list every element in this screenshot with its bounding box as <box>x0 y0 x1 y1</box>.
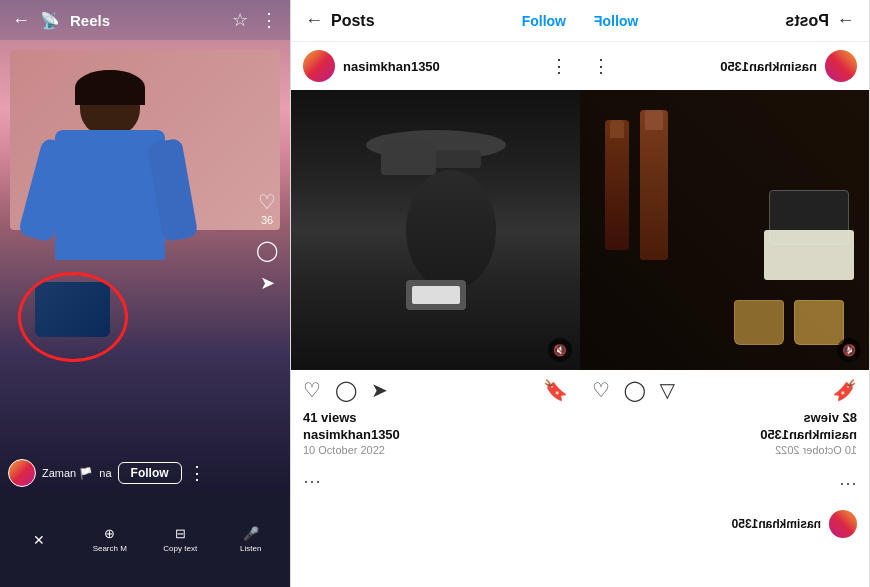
zaman-label: Zaman 🏳️ <box>42 467 93 480</box>
mirror-posts-header: → Posts wolloF <box>580 0 869 42</box>
mirror-post-user-row: nasimkhan1350 ⋮ <box>580 42 869 90</box>
listen-label: Listen <box>240 544 261 553</box>
mirror-follow-label: wolloF <box>594 13 638 29</box>
bookmark-action-icon[interactable]: 🔖 <box>543 378 568 402</box>
send-icon: ➤ <box>260 274 275 292</box>
more-options-bottom[interactable]: ⋯ <box>291 464 580 498</box>
mirror-right-actions: ▽ ◯ ♡ <box>592 378 675 402</box>
mirror-more-row: ⋯ <box>580 464 869 502</box>
microphone-icon: 🎤 <box>243 526 259 541</box>
panel-reels: ← 📡 Reels ☆ ⋮ <box>0 0 290 587</box>
mirror-views-count: 82 views <box>592 410 857 425</box>
post-user-row: nasimkhan1350 ⋮ <box>291 42 580 90</box>
posts-header: ← Posts Follow <box>291 0 580 42</box>
right-actions: ♡ 36 ◯ ➤ <box>256 192 278 292</box>
glass-1 <box>794 300 844 345</box>
post-username[interactable]: nasimkhan1350 <box>343 59 440 74</box>
close-icon: ✕ <box>33 532 45 548</box>
moto-tank <box>406 170 496 290</box>
bookmark-top-icon[interactable]: ☆ <box>232 9 248 31</box>
mirror-post-author-text: nasimkhan1350 <box>592 427 857 442</box>
reels-top-bar: ← 📡 Reels ☆ ⋮ <box>0 0 290 40</box>
back-arrow-icon[interactable]: ← <box>12 10 30 31</box>
mirror-header-left: → Posts <box>785 10 855 31</box>
mirror-mute-button: 🔇 <box>837 338 861 362</box>
share-action-icon[interactable]: ➤ <box>371 378 388 402</box>
reels-title: Reels <box>70 12 110 29</box>
bottom-toolbar: ✕ ⊕ Search M ⊟ Copy text 🎤 Listen <box>0 492 290 587</box>
posts-title: Posts <box>331 12 375 30</box>
user-avatar <box>8 459 36 487</box>
listen-button[interactable]: 🎤 Listen <box>216 526 287 553</box>
header-left: ← Posts <box>305 10 375 31</box>
author-name: nasimkhan1350 <box>303 427 400 442</box>
mirror-bottom-avatar <box>829 510 857 538</box>
mirror-posts-title: Posts <box>785 12 829 30</box>
like-button[interactable]: ♡ 36 <box>258 192 276 226</box>
mirror-bottom-username: nasimkhan1350 <box>732 517 821 531</box>
mirror-post-date: 10 October 2022 <box>592 444 857 456</box>
mirror-heart-icon: ♡ <box>592 378 610 402</box>
mirror-post-avatar <box>825 50 857 82</box>
post-avatar[interactable] <box>303 50 335 82</box>
comment-button[interactable]: ◯ <box>256 240 278 260</box>
moto-label-plate <box>406 280 466 310</box>
panel-posts-mirror: → Posts wolloF nasimkhan1350 ⋮ 🔇 <box>580 0 870 587</box>
post-author-text: nasimkhan1350 <box>303 427 568 442</box>
share-button[interactable]: ➤ <box>260 274 275 292</box>
copy-label: Copy text <box>163 544 197 553</box>
cast-icon[interactable]: 📡 <box>40 11 60 30</box>
mirror-post-meta: 82 views nasimkhan1350 10 October 2022 <box>580 410 869 464</box>
mirror-comment-icon: ◯ <box>624 378 646 402</box>
follow-button-header[interactable]: Follow <box>522 13 566 29</box>
mirror-more-dots: ⋯ <box>839 472 857 494</box>
mirror-post-actions-left: 🔖 <box>832 378 857 402</box>
reels-content: ♡ 36 ◯ ➤ <box>0 40 290 492</box>
mirror-bookmark-icon: 🔖 <box>832 378 857 402</box>
more-options-icon[interactable]: ⋮ <box>260 9 278 31</box>
comment-action-icon[interactable]: ◯ <box>335 378 357 402</box>
post-image: 🔇 <box>291 90 580 370</box>
post-meta: 41 views nasimkhan1350 10 October 2022 <box>291 410 580 464</box>
bottle-2 <box>605 120 629 250</box>
post-actions: ♡ ◯ ➤ 🔖 <box>291 370 580 410</box>
paper <box>764 230 854 280</box>
mirror-post-more-options: ⋮ <box>592 55 610 77</box>
panel-posts: ← Posts Follow nasimkhan1350 ⋮ 🔇 ♡ ◯ <box>290 0 580 587</box>
copy-icon: ⊟ <box>175 526 186 541</box>
follow-button-reels[interactable]: Follow <box>118 462 182 484</box>
highlight-circle <box>18 272 128 362</box>
post-actions-left: ♡ ◯ ➤ <box>303 378 388 402</box>
copy-text-button[interactable]: ⊟ Copy text <box>145 526 216 553</box>
mirror-author-name: nasimkhan1350 <box>760 427 857 442</box>
back-arrow-icon[interactable]: ← <box>305 10 323 31</box>
bottom-user-row: Zaman 🏳️ na Follow ⋮ <box>8 459 230 487</box>
username-label: na <box>99 467 111 479</box>
post-date: 10 October 2022 <box>303 444 568 456</box>
views-count: 41 views <box>303 410 568 425</box>
mute-button[interactable]: 🔇 <box>548 338 572 362</box>
post-more-options[interactable]: ⋮ <box>550 55 568 77</box>
heart-icon: ♡ <box>258 192 276 212</box>
mirror-post-image: 🔇 <box>580 90 869 370</box>
post-user-left: nasimkhan1350 <box>303 50 440 82</box>
mirror-filter-icon: ▽ <box>660 378 675 402</box>
search-toolbar-button[interactable]: ⊕ Search M <box>75 526 146 553</box>
close-toolbar-button[interactable]: ✕ <box>4 532 75 548</box>
search-label: Search M <box>93 544 127 553</box>
search-icon: ⊕ <box>104 526 115 541</box>
gun-body <box>381 140 436 175</box>
mirror-post-actions: 🔖 ▽ ◯ ♡ <box>580 370 869 410</box>
like-action-icon[interactable]: ♡ <box>303 378 321 402</box>
mirror-bottom-user-row: nasimkhan1350 <box>580 502 869 546</box>
mirror-back-arrow-icon[interactable]: → <box>837 10 855 31</box>
bottle-1 <box>640 110 668 260</box>
more-options-bottom[interactable]: ⋮ <box>188 462 206 484</box>
glass-2 <box>734 300 784 345</box>
mirror-post-username: nasimkhan1350 <box>720 59 817 74</box>
comment-icon: ◯ <box>256 240 278 260</box>
mirror-post-user-left: nasimkhan1350 <box>720 50 857 82</box>
